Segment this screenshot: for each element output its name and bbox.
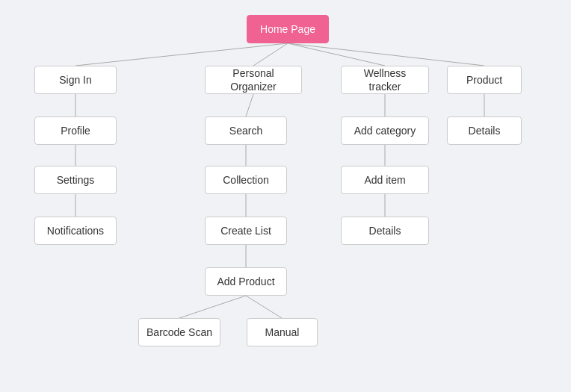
node-settings: Settings	[34, 166, 117, 194]
svg-line-11	[179, 296, 246, 318]
node-personal-organizer: Personal Organizer	[205, 66, 302, 94]
svg-line-1	[253, 43, 288, 66]
node-wellness-tracker: Wellness tracker	[341, 66, 429, 94]
node-barcode-scan: Barcode Scan	[138, 318, 220, 346]
svg-line-0	[75, 43, 288, 66]
svg-line-3	[288, 43, 484, 66]
node-manual: Manual	[247, 318, 318, 346]
node-collection: Collection	[205, 166, 287, 194]
node-add-category: Add category	[341, 116, 429, 145]
svg-line-7	[246, 94, 253, 116]
node-create-list: Create List	[205, 217, 287, 245]
node-home: Home Page	[247, 15, 329, 43]
node-details-2: Details	[341, 217, 429, 245]
node-profile: Profile	[34, 116, 117, 145]
node-details-1: Details	[447, 116, 522, 145]
node-search: Search	[205, 116, 287, 145]
node-signin: Sign In	[34, 66, 117, 94]
node-add-product: Add Product	[205, 267, 287, 296]
node-product: Product	[447, 66, 522, 94]
node-add-item: Add item	[341, 166, 429, 194]
diagram: Home Page Sign In Personal Organizer Wel…	[0, 0, 571, 392]
node-notifications: Notifications	[34, 217, 117, 245]
svg-line-12	[246, 296, 282, 318]
svg-line-2	[288, 43, 385, 66]
